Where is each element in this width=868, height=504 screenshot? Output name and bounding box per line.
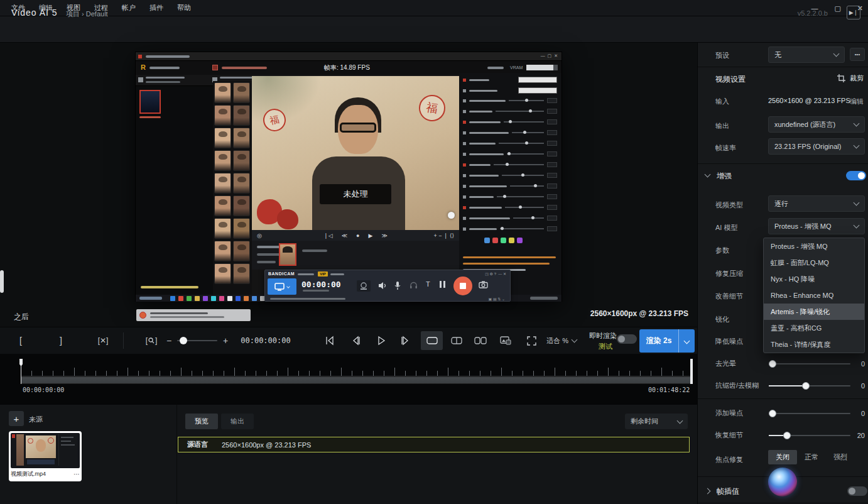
model-option-2[interactable]: Nyx - HQ 降噪 [764,271,864,287]
recover-detail-slider[interactable] [769,435,850,436]
breadcrumb[interactable]: 项目 › Default [66,9,108,19]
captured-record-icon[interactable]: ● [356,233,359,239]
add-source-button[interactable]: + [9,411,24,426]
next-frame-button[interactable] [396,332,415,349]
focus-fix-option-1[interactable]: 正常 [797,450,826,464]
interpolation-collapse-icon[interactable] [705,488,711,495]
face-thumbnail-15[interactable] [233,241,250,261]
pause-icon[interactable] [440,281,445,288]
face-thumbnail-9[interactable] [233,173,250,194]
maximize-button[interactable]: ▢ [834,4,840,13]
face-thumbnail-2[interactable] [214,105,231,126]
face-thumbnail-17[interactable] [233,263,250,284]
tab-preview[interactable]: 预览 [185,414,218,429]
loop-icon[interactable]: ◎ [257,233,262,239]
face-thumbnail-8[interactable] [214,173,231,194]
face-thumbnail-5[interactable] [233,128,250,148]
toggle-panel-icon[interactable]: ▶❘ [847,6,860,19]
zoom-slider-knob[interactable] [180,337,187,344]
face-thumbnail-12[interactable] [214,218,231,239]
trim-in-button[interactable]: [ [11,332,30,349]
screenshot-camera-icon[interactable] [479,281,488,288]
preset-select[interactable]: 无 [768,47,845,63]
zoom-out-button[interactable]: − [165,332,173,349]
zoom-in-button[interactable]: + [221,332,230,349]
source-file-card[interactable]: 视频测试.mp4 ⋯ [9,431,82,481]
face-thumbnail-6[interactable] [214,150,231,171]
previous-frame-button[interactable] [347,332,366,349]
assistant-orb[interactable] [768,468,797,496]
face-thumbnail-4[interactable] [214,128,231,148]
render-options-dropdown[interactable] [678,329,695,353]
timeline[interactable]: 00:00:00:00 00:01:48:22 [0,354,697,404]
menu-item-5[interactable]: 插件 [149,3,163,13]
model-option-6[interactable]: Theia - 详情/保真度 [764,336,864,353]
recorder-window-controls[interactable]: ◳ ⚙ ? — ✕ [485,271,506,276]
render-button[interactable]: 渲染 2s [639,329,695,353]
model-option-3[interactable]: Rhea - Enhance MQ [764,287,864,304]
enhance-collapse-icon[interactable] [705,172,711,178]
microphone-icon[interactable] [394,281,401,290]
framerate-select[interactable]: 23.213 FPS (Original) [768,138,865,155]
timeline-clip[interactable] [21,376,692,384]
captured-zoom-controls[interactable]: + − ❘ ⟨⟩ [433,233,454,239]
ai-model-dropdown-list[interactable]: Proteus - 增强 MQ虹膜 - 面部/LQ-MQNyx - HQ 降噪R… [763,238,865,353]
view-mode-single-button[interactable] [421,331,443,350]
remaining-time-dropdown[interactable]: 剩余时间 [625,414,688,429]
headset-icon[interactable] [410,281,418,289]
breadcrumb-project[interactable]: 项目 [66,10,80,18]
play-button[interactable] [372,332,391,349]
view-mode-split-button[interactable] [446,331,467,350]
ai-model-select[interactable]: Proteus - 增强 MQ [768,218,865,234]
face-thumbnail-14[interactable] [214,241,231,261]
timeline-ruler[interactable] [21,363,692,376]
menu-item-6[interactable]: 帮助 [177,3,191,13]
zoom-tool-button[interactable]: [] [142,332,161,349]
timeline-end-marker[interactable] [690,359,693,384]
focus-fix-option-2[interactable]: 强烈 [826,450,855,464]
output-select[interactable]: xundefined (源语言) [768,116,865,133]
webcam-toggle-icon[interactable] [357,280,371,292]
face-thumbnail-10[interactable] [214,195,231,216]
fullscreen-button[interactable] [523,332,540,349]
model-option-0[interactable]: Proteus - 增强 MQ [764,238,864,255]
face-thumbnail-16[interactable] [214,263,231,284]
enhance-toggle[interactable] [846,171,866,180]
add-noise-slider[interactable] [769,413,850,414]
project-thumbnail[interactable] [139,90,161,114]
left-edge-handle[interactable] [0,270,4,293]
face-thumbnail-1[interactable] [233,82,250,103]
dehalo-slider[interactable] [769,363,850,364]
captured-rewind-icon[interactable]: ≪ [342,233,347,239]
record-mode-button[interactable] [268,278,296,295]
trim-clear-button[interactable]: [✕] [92,332,114,349]
trim-out-button[interactable]: ] [52,332,70,349]
source-file-thumbnail[interactable] [11,433,80,468]
file-more-menu[interactable]: ⋯ [73,471,80,478]
menu-item-4[interactable]: 帐户 [122,3,136,13]
folder-icon[interactable] [138,77,143,82]
crop-button[interactable]: 裁剪 [837,74,864,83]
face-thumbnail-7[interactable] [233,150,250,171]
face-thumbnail-list[interactable] [213,81,252,295]
recorder-footer-icons[interactable]: ▣ ▤ ⇅ ⌄ [489,297,505,301]
model-option-5[interactable]: 盖亚 - 高档和CG [764,320,864,336]
render-button-label[interactable]: 渲染 2s [639,336,678,346]
captured-forward-icon[interactable]: ≫ [381,233,387,239]
focus-fix-option-0[interactable]: 关闭 [768,450,797,464]
stop-record-button[interactable] [453,277,472,295]
captured-play-icon[interactable]: ▶ [368,233,372,239]
preview-list-item[interactable]: 源语言 2560×1600px @ 23.213 FPS [178,437,690,452]
fit-zoom-dropdown[interactable]: 适合 % [544,332,579,349]
breadcrumb-name[interactable]: Default [86,10,108,18]
face-thumbnail-0[interactable] [214,82,231,103]
target-face-thumbnail[interactable] [279,243,296,266]
text-overlay-icon[interactable]: T [426,280,430,288]
video-type-select[interactable]: 逐行 [768,195,865,212]
captured-skip-start-icon[interactable]: ❘◁ [323,233,332,239]
model-option-4[interactable]: Artemis - 降噪/锐化 [764,304,864,320]
output-folder-icon[interactable] [212,65,218,70]
preset-more-button[interactable]: ••• [850,48,865,61]
face-thumbnail-13[interactable] [233,218,250,239]
face-thumbnail-3[interactable] [233,105,250,126]
